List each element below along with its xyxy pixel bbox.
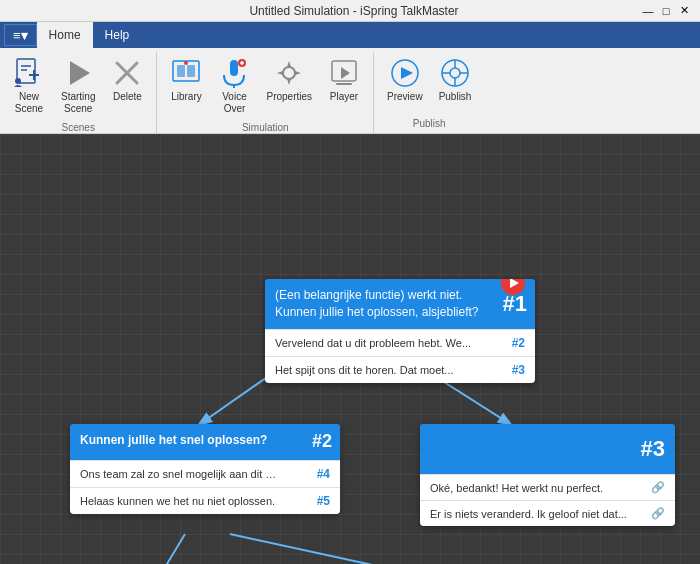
svg-rect-21 <box>336 83 352 85</box>
window-title: Untitled Simulation - iSpring TalkMaster <box>68 4 640 18</box>
svg-rect-11 <box>187 65 195 77</box>
scene-3-body: Oké, bedankt! Het werkt nu perfect. 🔗 Er… <box>420 474 675 526</box>
scene-card-1[interactable]: (Een belangrijke functie) werkt niet. Ku… <box>265 279 535 383</box>
response-1-text: Vervelend dat u dit probleem hebt. We... <box>275 337 475 349</box>
scene-1-body: Vervelend dat u dit probleem hebt. We...… <box>265 329 535 383</box>
scene-3-response-2[interactable]: Er is niets veranderd. Ik geloof niet da… <box>420 500 675 526</box>
library-icon <box>170 57 202 89</box>
publish-icon <box>439 57 471 89</box>
scene-2-text: Kunnen jullie het snel oplossen? <box>80 432 330 449</box>
svg-marker-20 <box>341 67 350 79</box>
scene-3-number: #3 <box>641 434 665 465</box>
scene3-response-1-text: Oké, bedankt! Het werkt nu perfect. <box>430 482 630 494</box>
scenes-items: NewScene StartingScene <box>6 52 150 120</box>
ribbon-group-scenes: NewScene StartingScene <box>0 52 157 133</box>
publish-items: Preview Publish <box>380 52 478 116</box>
properties-button[interactable]: Properties <box>259 52 319 108</box>
voice-over-label: VoiceOver <box>222 91 246 115</box>
svg-point-25 <box>450 68 460 78</box>
starting-scene-button[interactable]: StartingScene <box>54 52 102 120</box>
svg-point-5 <box>15 78 21 84</box>
scene-2-number: #2 <box>312 429 332 454</box>
app-logo[interactable]: ≡▾ <box>4 24 37 46</box>
scene-1-text: (Een belangrijke functie) werkt niet. Ku… <box>275 287 525 321</box>
delete-icon <box>111 57 143 89</box>
publish-btn[interactable]: Publish <box>432 52 479 108</box>
scene2-response-2-text: Helaas kunnen we het nu niet oplossen. <box>80 495 280 507</box>
svg-rect-13 <box>230 60 238 76</box>
scene-2-header: Kunnen jullie het snel oplossen? #2 <box>70 424 340 460</box>
svg-marker-6 <box>70 61 90 85</box>
new-scene-button[interactable]: NewScene <box>6 52 52 120</box>
maximize-button[interactable]: □ <box>658 3 674 19</box>
voice-over-button[interactable]: VoiceOver <box>211 52 257 120</box>
properties-label: Properties <box>266 91 312 103</box>
scene-card-3[interactable]: #3 Oké, bedankt! Het werkt nu perfect. 🔗… <box>420 424 675 526</box>
svg-marker-23 <box>401 67 413 79</box>
starting-scene-label: StartingScene <box>61 91 95 115</box>
tab-home[interactable]: Home <box>37 22 93 48</box>
menu-bar: ≡▾ Home Help <box>0 22 700 48</box>
scene-1-response-1[interactable]: Vervelend dat u dit probleem hebt. We...… <box>265 329 535 356</box>
title-bar: Untitled Simulation - iSpring TalkMaster… <box>0 0 700 22</box>
player-button[interactable]: Player <box>321 52 367 108</box>
canvas-area: (Een belangrijke functie) werkt niet. Ku… <box>0 134 700 564</box>
response-1-target: #2 <box>512 336 525 350</box>
new-scene-label: NewScene <box>15 91 43 115</box>
library-label: Library <box>171 91 202 103</box>
window-controls: — □ ✕ <box>640 3 692 19</box>
scene2-response-2-target: #5 <box>317 494 330 508</box>
svg-line-32 <box>155 534 185 564</box>
svg-rect-10 <box>177 65 185 77</box>
scene2-response-1-target: #4 <box>317 467 330 481</box>
scene3-link-1-icon: 🔗 <box>651 481 665 494</box>
svg-point-18 <box>283 67 295 79</box>
response-2-target: #3 <box>512 363 525 377</box>
close-button[interactable]: ✕ <box>676 3 692 19</box>
scene2-response-1-text: Ons team zal zo snel mogelijk aan dit pr… <box>80 468 280 480</box>
player-label: Player <box>330 91 358 103</box>
response-2-text: Het spijt ons dit te horen. Dat moet... <box>275 364 475 376</box>
preview-icon <box>389 57 421 89</box>
scene-3-header: #3 <box>420 424 675 474</box>
publish-label: Publish <box>439 91 472 103</box>
preview-label: Preview <box>387 91 423 103</box>
delete-label: Delete <box>113 91 142 103</box>
tab-help[interactable]: Help <box>93 22 142 48</box>
ribbon-group-simulation: Library VoiceOver <box>157 52 374 133</box>
preview-button[interactable]: Preview <box>380 52 430 108</box>
scene-3-response-1[interactable]: Oké, bedankt! Het werkt nu perfect. 🔗 <box>420 474 675 500</box>
simulation-items: Library VoiceOver <box>163 52 367 120</box>
scene-1-header: (Een belangrijke functie) werkt niet. Ku… <box>265 279 535 329</box>
publish-group-label: Publish <box>413 116 446 133</box>
minimize-button[interactable]: — <box>640 3 656 19</box>
scene-2-body: Ons team zal zo snel mogelijk aan dit pr… <box>70 460 340 514</box>
voice-over-icon <box>218 57 250 89</box>
library-button[interactable]: Library <box>163 52 209 108</box>
scene3-response-2-text: Er is niets veranderd. Ik geloof niet da… <box>430 508 630 520</box>
scene-2-response-1[interactable]: Ons team zal zo snel mogelijk aan dit pr… <box>70 460 340 487</box>
player-icon <box>328 57 360 89</box>
scene-1-response-2[interactable]: Het spijt ons dit te horen. Dat moet... … <box>265 356 535 383</box>
properties-icon <box>273 57 305 89</box>
delete-button[interactable]: Delete <box>104 52 150 108</box>
svg-point-12 <box>184 61 188 65</box>
ribbon: NewScene StartingScene <box>0 48 700 134</box>
new-scene-icon <box>13 57 45 89</box>
svg-line-33 <box>230 534 460 564</box>
ribbon-group-publish: Preview Publish Publish <box>374 52 484 133</box>
scene-2-response-2[interactable]: Helaas kunnen we het nu niet oplossen. #… <box>70 487 340 514</box>
scene-card-2[interactable]: Kunnen jullie het snel oplossen? #2 Ons … <box>70 424 340 514</box>
starting-scene-icon <box>62 57 94 89</box>
scene3-link-2-icon: 🔗 <box>651 507 665 520</box>
